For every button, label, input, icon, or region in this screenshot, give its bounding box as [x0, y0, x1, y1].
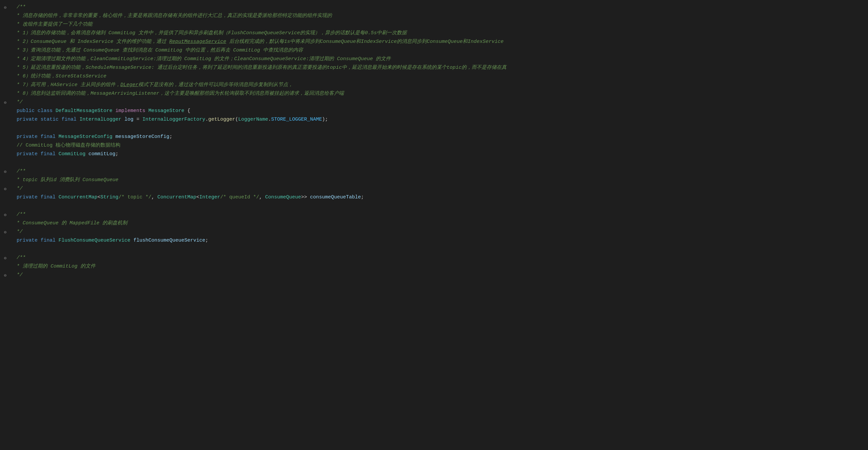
collapse-icon[interactable]: ⊖: [3, 255, 8, 262]
code-text: * topic 队列id 消费队列 ConsumeQueue: [17, 176, 861, 184]
code-line: * 改组件主要提供了一下几个功能: [0, 21, 868, 29]
code-line: private final ConcurrentMap<String/* top…: [0, 193, 868, 202]
code-line: private final MessageStoreConfig message…: [0, 133, 868, 141]
code-line: * topic 队列id 消费队列 ConsumeQueue: [0, 176, 868, 185]
code-line: // CommitLog 核心物理磁盘存储的数据结构: [0, 141, 868, 150]
code-line: ⊖ */: [0, 98, 868, 107]
code-text: * 4）定期清理过期文件的功能，CleanCommitLogService:清理…: [17, 55, 861, 63]
code-line: * 清理过期的 CommitLog 的文件: [0, 262, 868, 271]
code-text: * 6）统计功能，StoreStatsService: [17, 72, 861, 81]
code-text: * 5）延迟消息重投递的功能，ScheduleMessageService: 通…: [17, 64, 861, 72]
code-text: */: [17, 271, 861, 279]
code-line: [0, 124, 868, 133]
code-line: * 4）定期清理过期文件的功能，CleanCommitLogService:清理…: [0, 55, 868, 64]
code-text: * ConsumeQueue 的 MappedFile 的刷盘机制: [17, 219, 861, 227]
code-text: private static final InternalLogger log …: [17, 116, 861, 124]
code-text: public class DefaultMessageStore impleme…: [17, 107, 861, 115]
collapse-icon[interactable]: ⊖: [3, 169, 8, 176]
code-text: * 3）查询消息功能，先通过 ConsumeQueue 查找到消息在 Commi…: [17, 46, 861, 55]
collapse-icon[interactable]: ⊖: [3, 272, 8, 280]
code-line: * 1）消息的存储功能，会将消息存储到 CommitLog 文件中，并提供了同步…: [0, 29, 868, 38]
code-line: ⊖ */: [0, 271, 868, 280]
code-line: ⊖/**: [0, 3, 868, 12]
code-line: ⊖ /**: [0, 211, 868, 219]
code-text: */: [17, 98, 861, 106]
code-text: private final MessageStoreConfig message…: [17, 133, 861, 141]
collapse-icon[interactable]: ⊖: [3, 100, 8, 107]
collapse-icon[interactable]: ⊖: [3, 212, 8, 219]
code-line: ⊖ /**: [0, 167, 868, 176]
code-text: * 2）ConsumeQueue 和 IndexService 文件的维护功能，…: [17, 38, 861, 46]
code-text: * 改组件主要提供了一下几个功能: [17, 21, 861, 29]
code-line: ⊖ /**: [0, 254, 868, 262]
code-text: /**: [17, 167, 861, 175]
code-text: * 8）消息到达监听回调的功能，MessageArrivingListener，…: [17, 90, 861, 98]
code-text: * 1）消息的存储功能，会将消息存储到 CommitLog 文件中，并提供了同步…: [17, 29, 861, 37]
code-line: * 消息存储的组件，非常非常的重要，核心组件，主要是将跟消息存储有关的组件进行大…: [0, 12, 868, 21]
collapse-icon[interactable]: ⊖: [3, 186, 8, 193]
code-line: public class DefaultMessageStore impleme…: [0, 107, 868, 116]
code-text: */: [17, 228, 861, 236]
code-line: ⊖ */: [0, 228, 868, 237]
code-text: /**: [17, 211, 861, 219]
code-line: private final FlushConsumeQueueService f…: [0, 237, 868, 245]
code-line: * ConsumeQueue 的 MappedFile 的刷盘机制: [0, 219, 868, 228]
code-line: [0, 202, 868, 211]
collapse-icon[interactable]: ⊖: [3, 5, 8, 12]
code-text: private final CommitLog commitLog;: [17, 150, 861, 158]
code-line: * 5）延迟消息重投递的功能，ScheduleMessageService: 通…: [0, 64, 868, 72]
code-line: [0, 245, 868, 254]
code-text: /**: [17, 3, 861, 11]
collapse-icon[interactable]: ⊖: [3, 229, 8, 236]
code-line: ⊖ */: [0, 185, 868, 193]
code-line: [0, 159, 868, 167]
code-text: * 清理过期的 CommitLog 的文件: [17, 262, 861, 270]
code-line: * 3）查询消息功能，先通过 ConsumeQueue 查找到消息在 Commi…: [0, 46, 868, 55]
code-text: private final ConcurrentMap<String/* top…: [17, 193, 861, 201]
code-text: */: [17, 185, 861, 193]
code-line: * 2）ConsumeQueue 和 IndexService 文件的维护功能，…: [0, 38, 868, 46]
code-line: private final CommitLog commitLog;: [0, 150, 868, 159]
code-line: * 6）统计功能，StoreStatsService: [0, 72, 868, 81]
code-text: private final FlushConsumeQueueService f…: [17, 237, 861, 245]
code-text: /**: [17, 254, 861, 262]
code-line: * 8）消息到达监听回调的功能，MessageArrivingListener，…: [0, 90, 868, 98]
code-line: * 7）高可用，HAService 主从同步的组件，DLeger模式下是没有的，…: [0, 81, 868, 90]
code-text: // CommitLog 核心物理磁盘存储的数据结构: [17, 141, 861, 150]
code-text: * 消息存储的组件，非常非常的重要，核心组件，主要是将跟消息存储有关的组件进行大…: [17, 12, 861, 20]
code-text: * 7）高可用，HAService 主从同步的组件，DLeger模式下是没有的，…: [17, 81, 861, 89]
code-line: private static final InternalLogger log …: [0, 116, 868, 124]
code-editor: ⊖/** * 消息存储的组件，非常非常的重要，核心组件，主要是将跟消息存储有关的…: [0, 0, 868, 283]
